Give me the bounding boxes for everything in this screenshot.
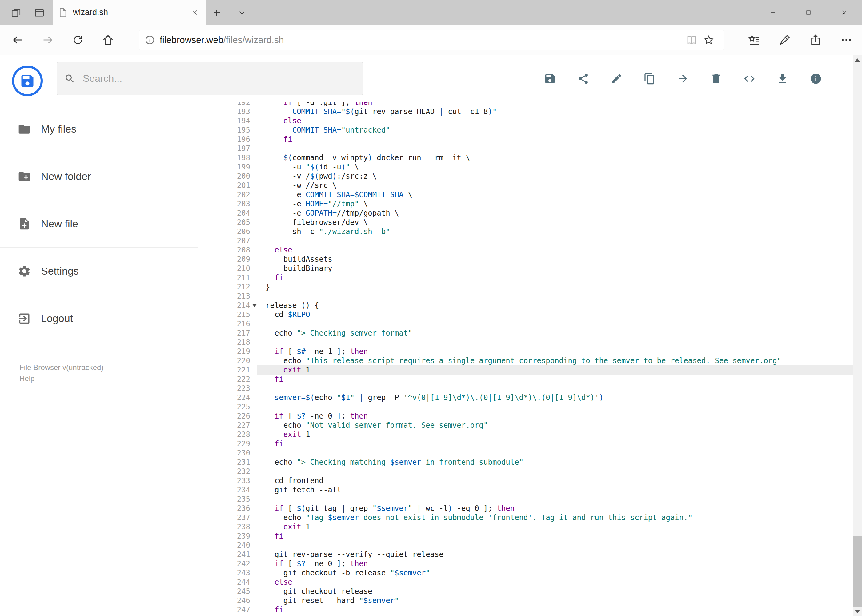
site-info-icon[interactable] [144, 35, 155, 46]
code-text[interactable]: exit 1 [257, 522, 853, 531]
code-text[interactable]: buildAssets [257, 255, 853, 264]
code-line[interactable]: 219 if [ $# -ne 1 ]; then [198, 347, 853, 356]
code-text[interactable]: fi [257, 531, 853, 541]
code-line[interactable]: 212} [198, 282, 853, 292]
code-line[interactable]: 214release () { [198, 301, 853, 310]
settings-more-button[interactable] [837, 30, 856, 50]
download-button[interactable] [772, 68, 794, 90]
sidebar-item-logout[interactable]: Logout [0, 295, 198, 342]
code-text[interactable]: -e HOME="//tmp" \ [257, 199, 853, 209]
code-line[interactable]: 197 [198, 144, 853, 153]
code-text[interactable] [257, 448, 853, 457]
help-link[interactable]: Help [19, 373, 103, 384]
code-text[interactable] [257, 338, 853, 347]
code-line[interactable]: 235 [198, 495, 853, 504]
back-button[interactable] [8, 30, 27, 50]
code-line[interactable]: 217 echo "> Checking semver format" [198, 328, 853, 338]
tab-close-button[interactable] [189, 7, 200, 18]
code-text[interactable]: fi [257, 605, 853, 614]
code-line[interactable]: 207 [198, 236, 853, 245]
code-text[interactable]: $(command -v winpty) docker run --rm -it… [257, 153, 853, 162]
home-button[interactable] [98, 30, 118, 50]
code-line[interactable]: 194 else [198, 116, 853, 126]
code-text[interactable]: buildBinary [257, 264, 853, 273]
code-text[interactable]: fi [257, 273, 853, 282]
code-line[interactable]: 229 fi [198, 439, 853, 448]
code-text[interactable]: filebrowser/dev \ [257, 218, 853, 227]
new-tab-button[interactable] [208, 4, 225, 21]
code-text[interactable]: git rev-parse --verify --quiet release [257, 550, 853, 559]
code-line[interactable]: 239 fi [198, 531, 853, 541]
move-button[interactable] [672, 68, 694, 90]
code-line[interactable]: 213 [198, 292, 853, 301]
tab-preview-button[interactable] [31, 4, 48, 21]
code-line[interactable]: 234 git fetch --all [198, 485, 853, 495]
reading-view-button[interactable] [683, 31, 700, 49]
code-line[interactable]: 199 -u "$(id -u)" \ [198, 162, 853, 171]
maximize-button[interactable] [791, 0, 826, 25]
scrollbar-up-arrow[interactable] [853, 55, 862, 64]
code-line[interactable]: 228 exit 1 [198, 430, 853, 439]
code-text[interactable]: echo "Tag $semver does not exist in subm… [257, 513, 853, 522]
sidebar-item-new-file[interactable]: New file [0, 200, 198, 248]
code-line[interactable]: 241 git rev-parse --verify --quiet relea… [198, 550, 853, 559]
code-text[interactable] [257, 402, 853, 412]
code-line[interactable]: 216 [198, 319, 853, 328]
search-input[interactable] [82, 72, 355, 85]
code-line[interactable]: 242 if [ $? -ne 0 ]; then [198, 559, 853, 568]
code-line[interactable]: 224 semver=$(echo "$1" | grep -P '^v(0|[… [198, 393, 853, 402]
rename-button[interactable] [605, 68, 627, 90]
address-bar[interactable]: filebrowser.web/files/wizard.sh [139, 30, 724, 50]
code-line[interactable]: 220 echo "This release script requires a… [198, 356, 853, 365]
minimize-button[interactable] [755, 0, 791, 25]
code-line[interactable]: 202 -e COMMIT_SHA=$COMMIT_SHA \ [198, 190, 853, 199]
code-line[interactable]: 231 echo "> Checking matching $semver in… [198, 457, 853, 467]
code-text[interactable]: -v /$(pwd):/src:z \ [257, 171, 853, 181]
code-line[interactable]: 223 [198, 384, 853, 393]
copy-button[interactable] [638, 68, 661, 90]
sidebar-item-new-folder[interactable]: New folder [0, 153, 198, 200]
code-text[interactable]: if [ $(git tag | grep "$semver" | wc -l)… [257, 504, 853, 513]
code-text[interactable]: git checkout -b release "$semver" [257, 568, 853, 578]
code-text[interactable] [257, 384, 853, 393]
scrollbar-thumb[interactable] [853, 536, 862, 607]
code-text[interactable]: else [257, 116, 853, 126]
code-text[interactable]: git checkout release [257, 587, 853, 596]
search-box[interactable] [57, 62, 363, 95]
code-line[interactable]: 192 if [ -d .git ]; then [198, 102, 853, 107]
code-line[interactable]: 215 cd $REPO [198, 310, 853, 319]
code-line[interactable]: 246 git reset --hard "$semver" [198, 596, 853, 605]
scrollbar-down-arrow[interactable] [853, 607, 862, 616]
code-text[interactable]: cd $REPO [257, 310, 853, 319]
code-text[interactable]: fi [257, 439, 853, 448]
code-text[interactable] [257, 292, 853, 301]
code-text[interactable]: echo "> Checking semver format" [257, 328, 853, 338]
code-line[interactable]: 200 -v /$(pwd):/src:z \ [198, 171, 853, 181]
code-line[interactable]: 244 else [198, 578, 853, 587]
code-text[interactable]: git reset --hard "$semver" [257, 596, 853, 605]
code-line[interactable]: 208 else [198, 245, 853, 255]
code-line[interactable]: 209 buildAssets [198, 255, 853, 264]
code-line[interactable]: 245 git checkout release [198, 587, 853, 596]
code-text[interactable]: if [ -d .git ]; then [257, 102, 853, 107]
save-button[interactable] [539, 68, 561, 90]
add-favorite-button[interactable] [700, 31, 717, 49]
code-line[interactable]: 222 fi [198, 375, 853, 384]
code-text[interactable]: sh -c "./wizard.sh -b" [257, 227, 853, 236]
code-line[interactable]: 193 COMMIT_SHA="$(git rev-parse HEAD | c… [198, 107, 853, 116]
sidebar-item-settings[interactable]: Settings [0, 248, 198, 295]
code-text[interactable]: else [257, 578, 853, 587]
code-line[interactable]: 206 sh -c "./wizard.sh -b" [198, 227, 853, 236]
code-editor[interactable]: 192 if [ -d .git ]; then193 COMMIT_SHA="… [198, 102, 853, 616]
code-text[interactable]: -u "$(id -u)" \ [257, 162, 853, 171]
code-text[interactable]: fi [257, 135, 853, 144]
code-line[interactable]: 198 $(command -v winpty) docker run --rm… [198, 153, 853, 162]
code-text[interactable]: COMMIT_SHA="untracked" [257, 126, 853, 135]
web-note-button[interactable] [775, 30, 794, 50]
code-text[interactable]: echo "This release script requires a sin… [257, 356, 853, 365]
filebrowser-logo[interactable] [12, 66, 43, 96]
code-text[interactable]: exit 1 [257, 365, 853, 375]
code-line[interactable]: 203 -e HOME="//tmp" \ [198, 199, 853, 209]
fold-arrow-icon[interactable] [252, 304, 257, 307]
code-text[interactable]: fi [257, 375, 853, 384]
